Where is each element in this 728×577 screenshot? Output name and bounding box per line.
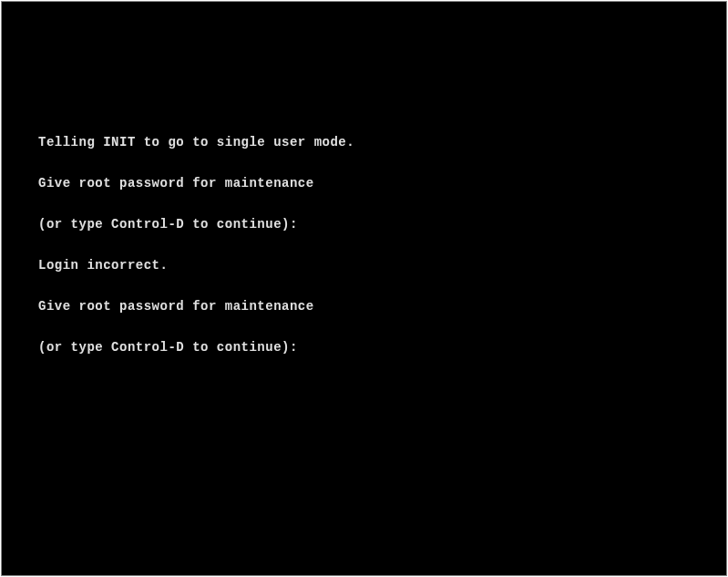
terminal-line: Telling INIT to go to single user mode. <box>38 136 726 149</box>
terminal-output: Telling INIT to go to single user mode. … <box>2 2 726 382</box>
terminal-line: Login incorrect. <box>38 259 726 273</box>
terminal-prompt-text: (or type Control-D to continue): <box>38 340 298 355</box>
terminal-prompt-line: (or type Control-D to continue): <box>38 341 726 355</box>
terminal-line: Give root password for maintenance <box>38 300 726 314</box>
terminal-line: Give root password for maintenance <box>38 177 726 191</box>
terminal-prompt-line: (or type Control-D to continue): <box>38 218 726 232</box>
terminal-window[interactable]: Telling INIT to go to single user mode. … <box>1 1 727 576</box>
